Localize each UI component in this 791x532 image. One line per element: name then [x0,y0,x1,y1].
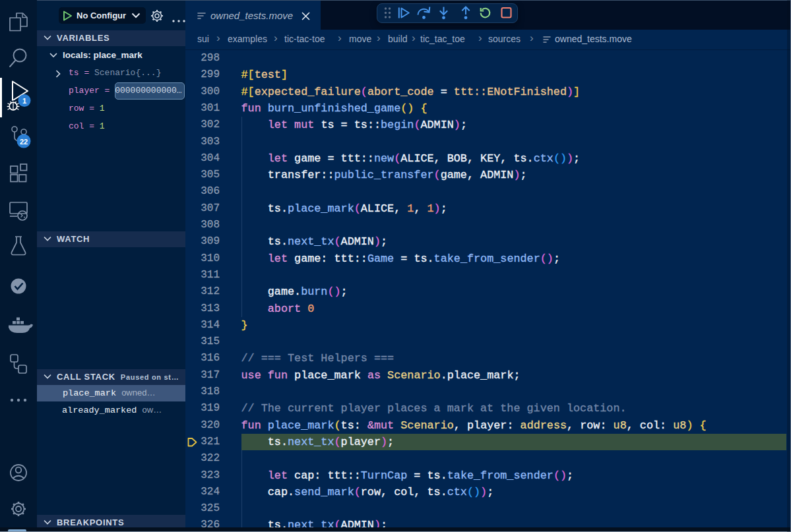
svg-text:22: 22 [20,138,28,146]
svg-text:1: 1 [22,97,26,105]
